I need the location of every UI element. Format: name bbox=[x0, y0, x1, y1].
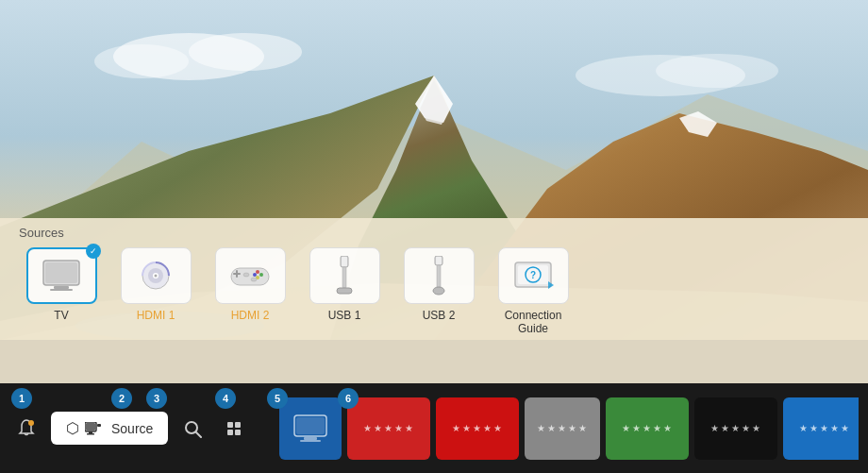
number-indicator-2: 2 bbox=[111, 388, 132, 409]
source-item-hdmi1[interactable]: HDMI 1 bbox=[113, 247, 198, 322]
source-check-tv: ✓ bbox=[86, 244, 101, 259]
tv-icon bbox=[41, 259, 82, 293]
sources-label: Sources bbox=[19, 226, 849, 240]
app-tile-4[interactable]: ★★★★★ bbox=[606, 397, 689, 460]
source-label-usb2: USB 2 bbox=[423, 309, 456, 322]
connection-guide-icon: ? bbox=[512, 259, 554, 293]
app-tile-3[interactable]: ★★★★★ bbox=[525, 397, 600, 460]
svg-point-5 bbox=[656, 54, 778, 88]
app-tile-2-label: ★★★★★ bbox=[452, 423, 504, 433]
svg-rect-35 bbox=[337, 288, 352, 294]
source-item-hdmi2[interactable]: HDMI 2 bbox=[208, 247, 292, 322]
svg-point-30 bbox=[243, 273, 249, 277]
svg-rect-25 bbox=[236, 270, 238, 278]
svg-point-31 bbox=[251, 278, 257, 281]
source-icon-usb1 bbox=[309, 247, 380, 304]
source-item-connection-guide[interactable]: ? Connection Guide bbox=[491, 247, 576, 336]
svg-rect-38 bbox=[437, 265, 441, 289]
notification-icon[interactable] bbox=[9, 412, 43, 446]
source-icon-hdmi1 bbox=[121, 247, 192, 304]
source-label-hdmi1: HDMI 1 bbox=[137, 309, 175, 322]
source-item-tv[interactable]: ✓ TV bbox=[19, 247, 104, 322]
svg-rect-55 bbox=[300, 440, 321, 442]
svg-rect-48 bbox=[89, 431, 92, 433]
bell-icon bbox=[16, 418, 37, 439]
search-icon[interactable] bbox=[175, 412, 209, 446]
svg-rect-53 bbox=[296, 417, 325, 434]
bluray-icon bbox=[135, 259, 176, 293]
source-item-usb2[interactable]: USB 2 bbox=[396, 247, 481, 322]
source-icon-hdmi2 bbox=[215, 247, 286, 304]
usb-icon bbox=[331, 256, 358, 296]
svg-rect-54 bbox=[304, 437, 317, 440]
source-label-hdmi2: HDMI 2 bbox=[231, 309, 270, 322]
source-label-usb1: USB 1 bbox=[328, 309, 361, 322]
svg-rect-49 bbox=[87, 433, 94, 435]
sources-panel: Sources ✓ TV bbox=[0, 218, 868, 383]
grid-icon-shape bbox=[227, 422, 241, 435]
source-icon-usb2 bbox=[404, 247, 475, 304]
svg-point-50 bbox=[186, 422, 197, 433]
number-indicator-3: 3 bbox=[146, 388, 167, 409]
svg-rect-37 bbox=[436, 257, 442, 264]
svg-point-28 bbox=[253, 273, 257, 277]
search-svg bbox=[183, 419, 202, 438]
source-btn-icon bbox=[85, 422, 102, 435]
source-icon-connection-guide: ? bbox=[498, 247, 569, 304]
svg-point-3 bbox=[94, 44, 189, 78]
svg-point-44 bbox=[28, 420, 34, 426]
apps-grid-icon[interactable] bbox=[217, 412, 251, 446]
svg-line-51 bbox=[196, 432, 201, 437]
app-tile-0-icon bbox=[292, 414, 328, 444]
usb2-icon bbox=[426, 256, 452, 296]
source-item-usb1[interactable]: USB 1 bbox=[302, 247, 387, 322]
number-indicator-1: 1 bbox=[11, 388, 32, 409]
number-indicator-5: 5 bbox=[267, 388, 288, 409]
source-button-icon: ⬡ bbox=[66, 419, 79, 437]
number-indicator-4: 4 bbox=[215, 388, 236, 409]
svg-rect-17 bbox=[54, 286, 69, 289]
app-tile-1[interactable]: ★★★★★ bbox=[347, 397, 430, 460]
svg-rect-34 bbox=[342, 267, 346, 288]
app-tile-6-label: ★★★★★ bbox=[799, 423, 851, 433]
svg-point-26 bbox=[256, 270, 259, 274]
app-tile-5[interactable]: ★★★★★ bbox=[694, 397, 777, 460]
svg-rect-47 bbox=[97, 424, 101, 427]
app-tile-4-label: ★★★★★ bbox=[622, 423, 674, 433]
app-tile-5-label: ★★★★★ bbox=[710, 423, 762, 433]
source-label-connection-guide: Connection Guide bbox=[495, 309, 571, 336]
number-indicator-6: 6 bbox=[338, 388, 359, 409]
sources-items: ✓ TV bbox=[19, 247, 849, 336]
app-tiles: ★★★★★ ★★★★★ ★★★★★ ★★★★★ ★★★★★ ★★★★★ ★★★★… bbox=[279, 397, 859, 460]
source-icon-tv: ✓ bbox=[26, 247, 97, 304]
gamepad-icon bbox=[227, 259, 273, 293]
svg-point-27 bbox=[259, 273, 263, 277]
taskbar-left: ⬡ Source bbox=[9, 412, 274, 446]
app-tile-0[interactable] bbox=[279, 397, 342, 460]
svg-rect-46 bbox=[86, 423, 95, 431]
source-button-label: Source bbox=[111, 421, 153, 436]
svg-text:?: ? bbox=[530, 270, 536, 280]
app-tile-1-label: ★★★★★ bbox=[363, 423, 415, 433]
svg-point-2 bbox=[189, 33, 302, 71]
svg-rect-33 bbox=[342, 257, 347, 266]
source-button[interactable]: ⬡ Source bbox=[51, 412, 168, 445]
app-tile-6[interactable]: ★★★★★ bbox=[783, 397, 859, 460]
app-tile-3-label: ★★★★★ bbox=[537, 423, 589, 433]
app-tile-2[interactable]: ★★★★★ bbox=[436, 397, 519, 460]
svg-point-22 bbox=[155, 275, 158, 278]
svg-point-39 bbox=[433, 287, 444, 295]
svg-rect-18 bbox=[50, 289, 73, 291]
source-label-tv: TV bbox=[54, 309, 68, 322]
svg-rect-16 bbox=[45, 262, 77, 283]
